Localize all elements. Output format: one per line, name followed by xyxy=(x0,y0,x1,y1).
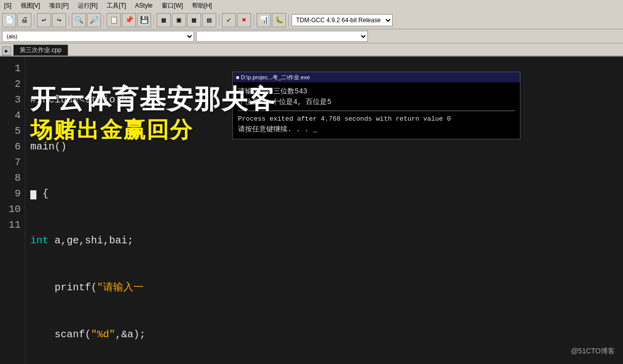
menu-tools[interactable]: 工具[T] xyxy=(105,1,128,11)
sep7 xyxy=(289,14,289,26)
line-num-6: 6 xyxy=(4,139,21,154)
sep1 xyxy=(34,14,34,26)
sep4 xyxy=(154,14,154,26)
line-num-8: 8 xyxy=(4,170,21,186)
menu-help[interactable]: 帮助[H] xyxy=(190,1,214,11)
line-num-2: 2 xyxy=(4,76,21,92)
editor-container: 1 2 3 4 5 6 7 8 9 10 11 #include<stdio.h… xyxy=(0,57,623,364)
tab-label: 第三次作业.cpp xyxy=(20,46,62,55)
grid3-button[interactable]: ▦ xyxy=(187,13,201,27)
copy-button[interactable]: 📋 xyxy=(107,13,121,27)
sep5 xyxy=(219,14,219,26)
line-num-10: 10 xyxy=(4,201,21,217)
save-button[interactable]: 💾 xyxy=(137,13,151,27)
menu-s[interactable]: [S] xyxy=(2,1,14,10)
grid2-button[interactable]: ▣ xyxy=(172,13,186,27)
compiler-dropdown[interactable]: TDM-GCC 4.9.2 64-bit Release xyxy=(292,14,393,26)
menu-window[interactable]: 窗口[W] xyxy=(160,1,185,11)
print-button[interactable]: 🖨 xyxy=(17,13,31,27)
line-num-9: 9 xyxy=(4,186,21,201)
line-num-11: 11 xyxy=(4,217,21,233)
check-button[interactable]: ✔ xyxy=(222,13,236,27)
symbol-dropdown[interactable] xyxy=(196,31,368,42)
line-num-1: 1 xyxy=(4,61,21,76)
close-button[interactable]: ✖ xyxy=(237,13,251,27)
console-title: ■ D:\p.projec...考_二\作业.exe xyxy=(236,74,310,81)
menu-bar: [S] 视图[V] 项目[P] 运行[R] 工具[T] AStyle 窗口[W]… xyxy=(0,0,623,11)
code-line-4: int a,ge,shi,bai; xyxy=(30,233,618,248)
line-num-3: 3 xyxy=(4,92,21,108)
search2-button[interactable]: 🔎 xyxy=(87,13,101,27)
tab-file[interactable]: 第三次作业.cpp xyxy=(13,44,68,56)
grid1-button[interactable]: ▦ xyxy=(157,13,171,27)
toolbar2: (als) xyxy=(0,29,623,43)
line-num-4: 4 xyxy=(4,108,21,123)
console-titlebar: ■ D:\p.projec...考_二\作业.exe xyxy=(233,72,520,82)
console-line2: 个位是3, 十位是4, 百位是5 xyxy=(238,97,515,108)
menu-run[interactable]: 运行[R] xyxy=(76,1,100,11)
debug-button[interactable]: 🐛 xyxy=(272,13,286,27)
console-divider xyxy=(238,111,515,111)
line-num-7: 7 xyxy=(4,154,21,170)
line-num-5: 5 xyxy=(4,123,21,139)
console-line4: 请按任意键继续. . . _ xyxy=(238,124,515,135)
grid4-button[interactable]: ▤ xyxy=(202,13,216,27)
chart-button[interactable]: 📊 xyxy=(257,13,271,27)
toolbar: 📄 🖨 ↩ ↪ 🔍 🔎 📋 📌 💾 ▦ ▣ ▦ ▤ ✔ ✖ 📊 🐛 TDM-GC… xyxy=(0,11,623,29)
console-line1: 请输入一个三位数543 xyxy=(238,86,515,97)
paste-button[interactable]: 📌 xyxy=(122,13,136,27)
tab-bar: ▶ 第三次作业.cpp xyxy=(0,43,623,57)
code-line-3: { xyxy=(30,186,618,201)
code-line-5: printf("请输入一 xyxy=(30,280,618,295)
code-line-2: main() xyxy=(30,139,618,154)
sep3 xyxy=(104,14,104,26)
sep6 xyxy=(254,14,254,26)
tab-nav-button[interactable]: ▶ xyxy=(2,46,11,56)
file-dropdown[interactable]: (als) xyxy=(2,31,194,42)
new-button[interactable]: 📄 xyxy=(2,13,16,27)
line-numbers: 1 2 3 4 5 6 7 8 9 10 11 xyxy=(0,57,25,364)
console-window: ■ D:\p.projec...考_二\作业.exe 请输入一个三位数543 个… xyxy=(232,72,520,139)
menu-project[interactable]: 项目[P] xyxy=(47,1,71,11)
console-body: 请输入一个三位数543 个位是3, 十位是4, 百位是5 Process exi… xyxy=(233,82,520,139)
code-line-6: scanf("%d",&a); xyxy=(30,327,618,342)
console-line3: Process exited after 4.768 seconds with … xyxy=(238,114,515,124)
sep2 xyxy=(69,14,69,26)
menu-view[interactable]: 视图[V] xyxy=(19,1,42,11)
undo-button[interactable]: ↩ xyxy=(37,13,51,27)
redo-button[interactable]: ↪ xyxy=(52,13,66,27)
menu-astyle[interactable]: AStyle xyxy=(133,1,155,10)
search-button[interactable]: 🔍 xyxy=(72,13,86,27)
bottom-credit: @51CTO博客 xyxy=(571,347,615,356)
